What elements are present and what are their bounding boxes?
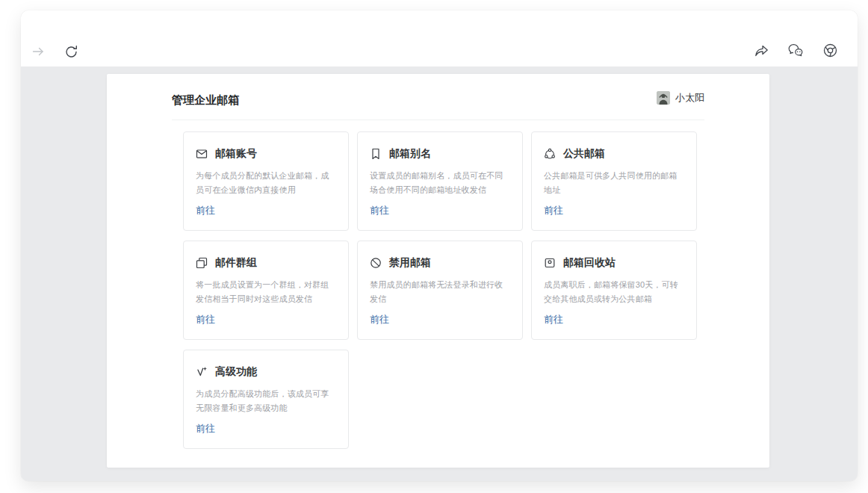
card-description: 成员离职后，邮箱将保留30天，可转交给其他成员或转为公共邮箱: [544, 278, 684, 306]
card-title: 高级功能: [215, 365, 257, 379]
page-title: 管理企业邮箱: [172, 89, 704, 111]
card-description: 为成员分配高级功能后，该成员可享无限容量和更多高级功能: [196, 387, 336, 415]
card-head: 邮箱账号: [196, 147, 336, 161]
card-go-link[interactable]: 前往: [196, 422, 215, 435]
card-advanced: 高级功能 为成员分配高级功能后，该成员可享无限容量和更多高级功能 前往: [183, 350, 349, 449]
mail-icon: [196, 148, 208, 160]
page-background: 管理企业邮箱 小太阳 邮箱: [21, 66, 858, 481]
card-head: 禁用邮箱: [370, 256, 510, 270]
card-head: 邮箱回收站: [544, 256, 684, 270]
wechat-icon[interactable]: [787, 42, 804, 58]
card-description: 禁用成员的邮箱将无法登录和进行收发信: [370, 278, 510, 306]
card-title: 邮件群组: [215, 256, 257, 270]
card-public-mailbox: 公共邮箱 公共邮箱是可供多人共同使用的邮箱地址 前往: [531, 131, 697, 231]
browser-icon[interactable]: [822, 42, 838, 58]
ban-icon: [370, 257, 382, 269]
card-head: 高级功能: [196, 365, 336, 379]
card-mailbox-recycle: 邮箱回收站 成员离职后，邮箱将保留30天，可转交给其他成员或转为公共邮箱 前往: [531, 241, 697, 340]
card-mail-alias: 邮箱别名 设置成员的邮箱别名，成员可在不同场合使用不同的邮箱地址收发信 前往: [357, 131, 523, 231]
group-circle-icon: [544, 148, 556, 160]
card-head: 邮件群组: [196, 256, 336, 270]
share-arrow-icon[interactable]: [753, 42, 769, 58]
user-name: 小太阳: [675, 91, 704, 105]
card-mail-account: 邮箱账号 为每个成员分配的默认企业邮箱，成员可在企业微信内直接使用 前往: [183, 131, 349, 231]
card-head: 公共邮箱: [544, 147, 684, 161]
card-description: 为每个成员分配的默认企业邮箱，成员可在企业微信内直接使用: [196, 169, 336, 197]
card-go-link[interactable]: 前往: [544, 204, 563, 217]
forward-arrow-icon[interactable]: [30, 43, 46, 60]
card-go-link[interactable]: 前往: [370, 313, 389, 326]
card-go-link[interactable]: 前往: [196, 204, 215, 217]
main-panel: 管理企业邮箱 小太阳 邮箱: [107, 74, 769, 468]
card-disabled-mailbox: 禁用邮箱 禁用成员的邮箱将无法登录和进行收发信 前往: [357, 241, 523, 340]
card-title: 邮箱别名: [389, 147, 431, 161]
card-description: 将一批成员设置为一个群组，对群组发信相当于同时对这些成员发信: [196, 278, 336, 306]
card-description: 公共邮箱是可供多人共同使用的邮箱地址: [544, 169, 684, 197]
browser-toolbar: [21, 10, 858, 66]
card-go-link[interactable]: 前往: [370, 204, 389, 217]
card-title: 公共邮箱: [563, 147, 605, 161]
refresh-icon[interactable]: [63, 43, 79, 60]
card-head: 邮箱别名: [370, 147, 510, 161]
card-title: 邮箱账号: [215, 147, 257, 161]
header-divider: [172, 120, 704, 120]
sparkle-icon: [196, 366, 208, 378]
panel-header: 管理企业邮箱 小太阳: [172, 89, 704, 111]
card-title: 禁用邮箱: [389, 256, 431, 270]
bookmark-icon: [370, 148, 382, 160]
card-go-link[interactable]: 前往: [544, 313, 563, 326]
card-title: 邮箱回收站: [563, 256, 616, 270]
recycle-box-icon: [544, 257, 556, 269]
card-description: 设置成员的邮箱别名，成员可在不同场合使用不同的邮箱地址收发信: [370, 169, 510, 197]
copy-squares-icon: [196, 257, 208, 269]
browser-window: 管理企业邮箱 小太阳 邮箱: [21, 10, 858, 481]
card-grid: 邮箱账号 为每个成员分配的默认企业邮箱，成员可在企业微信内直接使用 前往 邮箱别…: [183, 131, 697, 449]
card-mail-group: 邮件群组 将一批成员设置为一个群组，对群组发信相当于同时对这些成员发信 前往: [183, 241, 349, 340]
card-go-link[interactable]: 前往: [196, 313, 215, 326]
user-badge: 小太阳: [657, 91, 704, 105]
person-avatar: [657, 91, 670, 105]
